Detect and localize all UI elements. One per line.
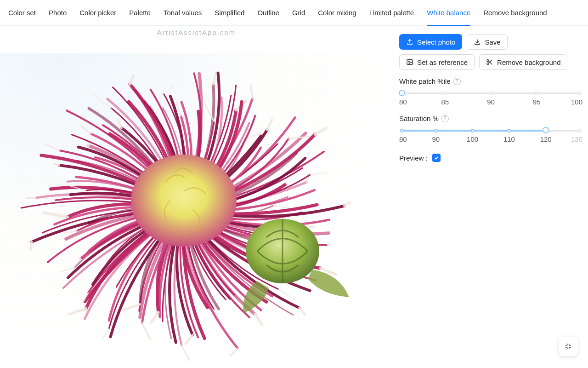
watermark-text: ArtistAssistApp.com [0,29,393,36]
scissors-icon [486,58,493,66]
select-photo-button[interactable]: Select photo [399,34,462,50]
tab-label: Remove background [483,9,547,17]
upload-icon [406,38,413,46]
slider-mark: 130 [571,135,582,143]
tab-label: Color picker [79,9,116,17]
tabbar: Color set Photo Color picker Palette Ton… [0,0,588,26]
tab-color-picker[interactable]: Color picker [73,0,123,26]
white-patch-label: White patch %ile ? [399,77,582,85]
tab-label: Color mixing [318,9,356,17]
help-icon[interactable]: ? [453,78,461,85]
tab-label: Color set [8,9,36,17]
saturation-label: Saturation % ? [399,115,582,122]
slider-mark: 100 [467,135,478,143]
tab-grid[interactable]: Grid [286,0,311,26]
tab-white-balance[interactable]: White balance [420,0,477,26]
slider-mark: 100 [571,98,582,106]
saturation-slider[interactable]: 80 90 100 110 120 130 [399,126,582,144]
remove-background-button[interactable]: Remove background [479,54,567,70]
white-patch-slider[interactable]: 80 85 90 95 100 [399,89,582,107]
tab-label: Grid [292,9,305,17]
save-button[interactable]: Save [467,34,507,50]
download-icon [474,38,481,46]
image-icon [406,58,413,66]
button-label: Select photo [417,38,455,46]
slider-mark: 85 [441,98,449,106]
tab-photo[interactable]: Photo [42,0,73,26]
set-reference-button[interactable]: Set as reference [399,54,475,70]
slider-mark: 120 [540,135,552,143]
slider-mark: 90 [487,98,495,106]
tab-palette[interactable]: Palette [123,0,157,26]
preview-label: Preview : [399,154,428,162]
slider-mark: 80 [399,98,407,106]
tab-limited-palette[interactable]: Limited palette [363,0,421,26]
tab-color-set[interactable]: Color set [2,0,42,26]
tab-label: Simplified [215,9,244,17]
label-text: Saturation % [399,115,439,122]
slider-mark: 110 [503,135,515,143]
button-label: Remove background [497,58,560,66]
button-label: Save [485,38,500,46]
slider-handle[interactable] [543,127,549,133]
tab-outline[interactable]: Outline [251,0,286,26]
controls-panel: Select photo Save Set as reference R [393,26,588,368]
tab-remove-background[interactable]: Remove background [477,0,553,26]
collapse-button[interactable] [559,337,578,356]
button-label: Set as reference [417,58,468,66]
tab-label: Tonal values [164,9,202,17]
tab-label: Limited palette [369,9,414,17]
help-icon[interactable]: ? [441,115,449,122]
label-text: White patch %ile [399,77,451,85]
tab-label: Palette [129,9,151,17]
photo-canvas[interactable]: ArtistAssistApp.com [0,26,393,368]
tab-label: Photo [49,9,67,17]
tab-label: White balance [427,9,470,17]
tab-simplified[interactable]: Simplified [208,0,251,26]
tab-label: Outline [257,9,279,17]
svg-point-4 [408,61,410,62]
compress-icon [565,343,572,350]
slider-mark: 90 [432,135,440,143]
photo-image [0,53,393,368]
slider-handle[interactable] [399,90,405,96]
tab-color-mixing[interactable]: Color mixing [311,0,362,26]
slider-mark: 80 [399,135,407,143]
tab-tonal-values[interactable]: Tonal values [157,0,208,26]
preview-checkbox[interactable] [432,154,441,162]
slider-mark: 95 [533,98,541,106]
